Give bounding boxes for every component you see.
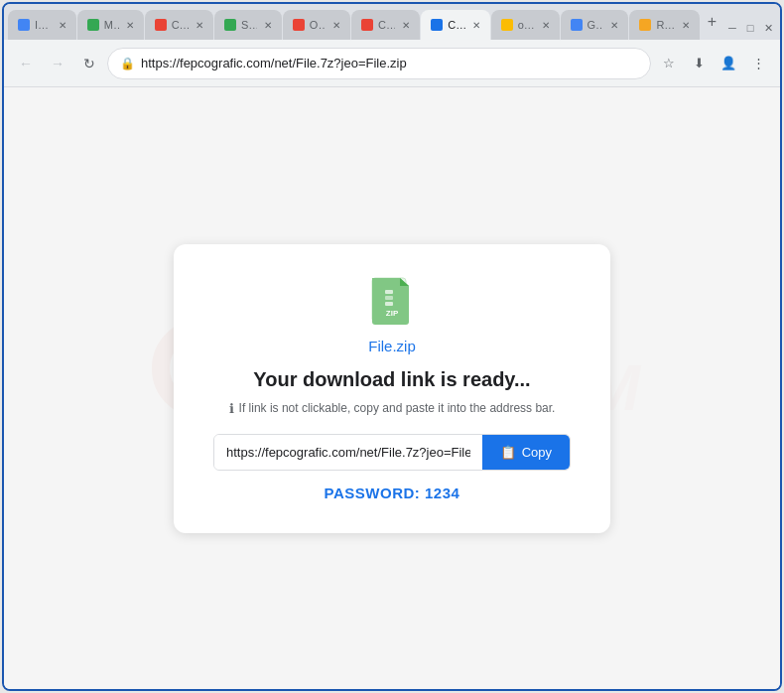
svg-text:ZIP: ZIP <box>386 309 399 318</box>
tab-bar: Indi... ✕ Me... ✕ Clic... ✕ Ser... ✕ Off… <box>4 4 780 40</box>
tab-label-0: Indi... <box>35 19 52 31</box>
tab-label-8: Get... <box>588 19 604 31</box>
tab-close-3[interactable]: ✕ <box>264 20 272 31</box>
tab-favicon-6 <box>431 19 443 31</box>
tab-close-1[interactable]: ✕ <box>126 20 134 31</box>
reload-button[interactable]: ↻ <box>75 50 103 77</box>
info-icon: ℹ <box>229 401 234 416</box>
link-input[interactable] <box>214 435 482 470</box>
tab-favicon-1 <box>87 19 99 31</box>
tab-close-5[interactable]: ✕ <box>402 20 410 31</box>
info-row: ℹ If link is not clickable, copy and pas… <box>229 401 556 416</box>
tab-close-2[interactable]: ✕ <box>196 20 203 31</box>
tab-3[interactable]: Ser... ✕ <box>214 10 282 40</box>
tab-favicon-4 <box>293 19 305 31</box>
tab-label-5: Clic... <box>378 19 395 31</box>
address-actions: ☆ ⬇ 👤 ⋮ <box>655 50 772 77</box>
download-title: Your download link is ready... <box>253 368 530 391</box>
tab-favicon-2 <box>155 19 167 31</box>
tab-2[interactable]: Clic... ✕ <box>145 10 213 40</box>
browser-window: Indi... ✕ Me... ✕ Clic... ✕ Ser... ✕ Off… <box>2 2 782 691</box>
tab-label-9: Rim... <box>656 19 674 31</box>
tab-close-6[interactable]: ✕ <box>472 20 480 31</box>
password-label: PASSWORD: 1234 <box>325 485 460 501</box>
tab-favicon-0 <box>18 19 30 31</box>
copy-button[interactable]: 📋 Copy <box>482 435 570 470</box>
svg-rect-4 <box>385 302 393 306</box>
tab-8[interactable]: Get... ✕ <box>561 10 629 40</box>
tab-4[interactable]: Offi... ✕ <box>283 10 350 40</box>
download-button[interactable]: ⬇ <box>685 50 713 77</box>
menu-button[interactable]: ⋮ <box>744 50 772 77</box>
copy-button-label: Copy <box>522 445 552 460</box>
lock-icon: 🔒 <box>120 57 135 70</box>
address-bar: ← → ↻ 🔒 https://fepcografic.com/net/File… <box>4 40 780 87</box>
tab-1[interactable]: Me... ✕ <box>77 10 144 40</box>
tab-favicon-5 <box>361 19 373 31</box>
tab-close-7[interactable]: ✕ <box>542 20 550 31</box>
tab-favicon-9 <box>639 19 651 31</box>
tab-close-9[interactable]: ✕ <box>682 20 690 31</box>
info-text: If link is not clickable, copy and paste… <box>239 401 556 415</box>
tab-label-3: Ser... <box>241 19 257 31</box>
link-row: 📋 Copy <box>213 434 571 471</box>
tab-close-8[interactable]: ✕ <box>610 20 618 31</box>
copy-icon: 📋 <box>500 445 516 460</box>
tab-favicon-3 <box>224 19 236 31</box>
tab-6[interactable]: Clic... ✕ <box>421 10 489 40</box>
window-controls: ─ □ ✕ <box>724 20 776 40</box>
file-icon-container: ZIP <box>365 274 419 332</box>
tab-label-6: Clic... <box>448 19 464 31</box>
profile-button[interactable]: 👤 <box>715 50 742 77</box>
forward-button[interactable]: → <box>44 50 71 77</box>
tab-0[interactable]: Indi... ✕ <box>8 10 76 40</box>
tab-favicon-7 <box>501 19 513 31</box>
tab-5[interactable]: Clic... ✕ <box>351 10 420 40</box>
close-button[interactable]: ✕ <box>760 20 776 36</box>
maximize-button[interactable]: □ <box>742 20 758 36</box>
minimize-button[interactable]: ─ <box>724 20 740 36</box>
back-button[interactable]: ← <box>12 50 40 77</box>
tab-label-2: Clic... <box>172 19 189 31</box>
url-bar[interactable]: 🔒 https://fepcografic.com/net/File.7z?je… <box>107 48 651 79</box>
tab-favicon-8 <box>571 19 583 31</box>
file-name: File.zip <box>368 338 416 354</box>
download-card: ZIP File.zip Your download link is ready… <box>174 244 610 533</box>
bookmark-star-button[interactable]: ☆ <box>655 50 683 77</box>
svg-rect-3 <box>385 296 393 300</box>
tab-close-4[interactable]: ✕ <box>332 20 340 31</box>
tab-9[interactable]: Rim... ✕ <box>629 10 699 40</box>
tab-label-4: Offi... <box>310 19 326 31</box>
page-content: RISK.COM ZIP <box>4 87 780 689</box>
tab-7[interactable]: opti... ✕ <box>491 10 560 40</box>
new-tab-button[interactable]: + <box>701 8 723 36</box>
svg-rect-2 <box>385 290 393 294</box>
zip-file-icon: ZIP <box>365 274 419 328</box>
tab-label-7: opti... <box>518 19 535 31</box>
url-text: https://fepcografic.com/net/File.7z?jeo=… <box>141 56 638 70</box>
tab-close-0[interactable]: ✕ <box>59 20 66 31</box>
tab-label-1: Me... <box>104 19 119 31</box>
